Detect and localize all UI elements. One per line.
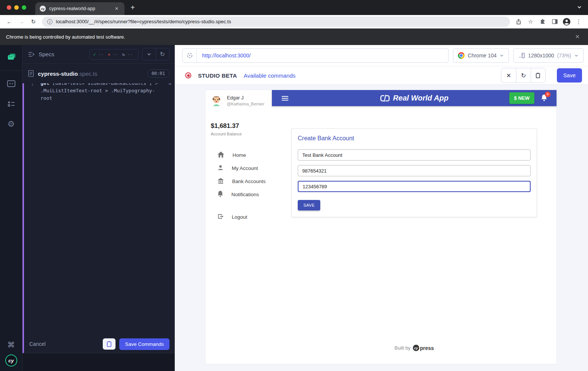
address-bar[interactable]: i localhost:3000/__/#/specs/runner?file=… (42, 17, 510, 27)
selector-playground-button[interactable] (183, 49, 197, 62)
studio-restart-icon[interactable]: ↻ (516, 68, 531, 83)
new-tab-button[interactable]: + (130, 3, 135, 12)
window-controls (0, 5, 35, 10)
extensions-puzzle-icon[interactable] (537, 18, 548, 25)
rerun-tests-icon[interactable]: ↻ (156, 48, 169, 60)
spec-file-row[interactable]: cypress-studio.spec.ts 00:01 (22, 64, 175, 83)
tab-close-icon[interactable]: ✕ (113, 5, 120, 12)
side-panel-icon[interactable] (549, 18, 560, 25)
cypress-brand-icon: cy (413, 345, 419, 351)
rwa-logo-icon (380, 94, 390, 102)
minimize-window-button[interactable] (14, 5, 19, 10)
browser-chip-label: Chrome 104 (468, 53, 496, 59)
site-info-icon[interactable]: i (47, 19, 52, 24)
address-url: localhost:3000/__/#/specs/runner?file=cy… (56, 19, 231, 24)
cypress-favicon-icon: cy (40, 6, 46, 12)
sidebar-item-label: Logout (232, 214, 247, 220)
notification-count-badge: 8 (545, 92, 550, 97)
share-icon[interactable] (513, 19, 524, 25)
person-icon (217, 164, 224, 173)
cancel-button[interactable]: Cancel (29, 341, 46, 347)
bell-icon (217, 190, 224, 199)
browser-tab[interactable]: cy cypress-realworld-app ✕ (35, 2, 124, 15)
delete-command-button[interactable]: ⊗ (165, 83, 175, 335)
settings-gear-icon[interactable]: ⚙ (4, 117, 18, 131)
tab-search-chevron-icon[interactable] (577, 5, 582, 11)
keyboard-shortcuts-icon[interactable]: ⌘ (8, 340, 15, 349)
app-nav: Home My Account Bank Accounts Notificati… (206, 149, 272, 224)
spec-extension: .spec.ts (78, 71, 98, 77)
cypress-reporter-panel: Specs ✓-- ✕-- ↻-- ↻ cypress-studio.spec.… (22, 45, 175, 371)
chrome-logo-icon (458, 52, 465, 59)
collapse-chevron-icon[interactable] (142, 48, 156, 60)
command-method: get (40, 83, 49, 86)
bank-name-input[interactable] (298, 149, 531, 161)
app-logo: Real World App (380, 94, 448, 102)
menu-hamburger-icon[interactable] (282, 96, 288, 101)
aut-viewport: Edgar J @Katharina_Bernier $1,681.37 Acc… (175, 85, 588, 371)
reporter-header: Specs ✓-- ✕-- ↻-- ↻ (22, 45, 175, 64)
sidebar-item-label: Notifications (231, 192, 259, 197)
viewport-size: 1280x1000 (528, 53, 554, 59)
runs-nav-icon[interactable] (4, 97, 18, 111)
routing-number-input[interactable] (298, 165, 531, 176)
aut-url-value: http://localhost:3000/ (197, 53, 256, 59)
record-icon (185, 72, 191, 78)
notifications-bell[interactable]: 8 (541, 94, 548, 103)
spec-name: cypress-studio.spec.ts (38, 71, 97, 77)
account-number-input[interactable] (298, 181, 531, 192)
aut-panel: http://localhost:3000/ Chrome 104 1280x1… (175, 45, 588, 371)
form-title: Create Bank Account (298, 135, 531, 142)
sidebar-item-label: Home (232, 152, 246, 158)
back-button[interactable]: ← (4, 18, 15, 25)
screen: cy cypress-realworld-app ✕ + ← → ↻ i loc… (0, 0, 588, 371)
sidebar-item-label: Bank Accounts (232, 179, 266, 184)
browser-select-chip[interactable]: Chrome 104 (453, 48, 509, 63)
command-log-wrap: 1get [data-test="sidenav-bankaccounts"] … (22, 83, 175, 353)
viewport-chip[interactable]: 1280x1000 (73%) (513, 48, 584, 63)
bank-icon (217, 177, 224, 186)
exit-icon (217, 213, 224, 221)
specs-nav-icon[interactable] (4, 50, 18, 64)
sidebar-item-notifications[interactable]: Notifications (206, 188, 272, 201)
forward-button: → (16, 18, 27, 25)
available-commands-link[interactable]: Available commands (244, 72, 296, 79)
studio-close-icon[interactable]: ✕ (501, 68, 516, 83)
chevron-down-icon (574, 53, 579, 58)
new-transaction-button[interactable]: $ NEW (509, 92, 534, 104)
chevron-down-icon (500, 53, 504, 58)
command-entry[interactable]: 1get [data-test="sidenav-bankaccounts"] … (24, 83, 175, 335)
home-icon (217, 151, 225, 159)
viewport-scale: (73%) (557, 53, 571, 59)
form-save-button[interactable]: SAVE (298, 200, 320, 210)
profile-avatar-icon[interactable] (561, 18, 572, 26)
command-selector: [data-test="sidenav-bankaccounts"] > .Mu… (40, 83, 158, 101)
user-avatar (211, 95, 222, 106)
browser-menu-dots-icon[interactable]: ⋮ (573, 18, 584, 25)
aut-url-bar[interactable]: http://localhost:3000/ (182, 48, 448, 63)
studio-footer: Cancel Save Commands (24, 335, 175, 353)
browser-toolbar: ← → ↻ i localhost:3000/__/#/specs/runner… (0, 15, 588, 29)
copy-commands-button[interactable] (103, 338, 116, 350)
cypress-logo-icon[interactable]: cy (5, 354, 17, 366)
reload-button[interactable]: ↻ (28, 18, 39, 25)
create-bank-account-card: Create Bank Account SAVE (291, 128, 537, 217)
built-by-text: Built by (394, 345, 411, 351)
sidebar-item-home[interactable]: Home (206, 149, 272, 162)
debug-nav-icon[interactable] (4, 77, 18, 90)
sidebar-item-bank-accounts[interactable]: Bank Accounts (206, 175, 272, 188)
studio-save-button[interactable]: Save (557, 68, 582, 83)
save-commands-button[interactable]: Save Commands (119, 338, 170, 350)
bookmark-star-icon[interactable]: ☆ (525, 18, 536, 25)
sidebar-item-logout[interactable]: Logout (206, 210, 272, 224)
studio-copy-icon[interactable] (531, 68, 545, 83)
pending-count: -- (127, 52, 132, 57)
account-balance-label: Account Balance (211, 132, 267, 136)
close-window-button[interactable] (7, 5, 11, 10)
maximize-window-button[interactable] (22, 5, 26, 10)
command-number: 1 (24, 83, 40, 335)
infobar-close-icon[interactable]: ✕ (573, 32, 582, 42)
command-log: 1get [data-test="sidenav-bankaccounts"] … (24, 83, 175, 335)
app-header: Real World App $ NEW 8 (272, 90, 556, 106)
sidebar-item-my-account[interactable]: My Account (206, 162, 272, 175)
